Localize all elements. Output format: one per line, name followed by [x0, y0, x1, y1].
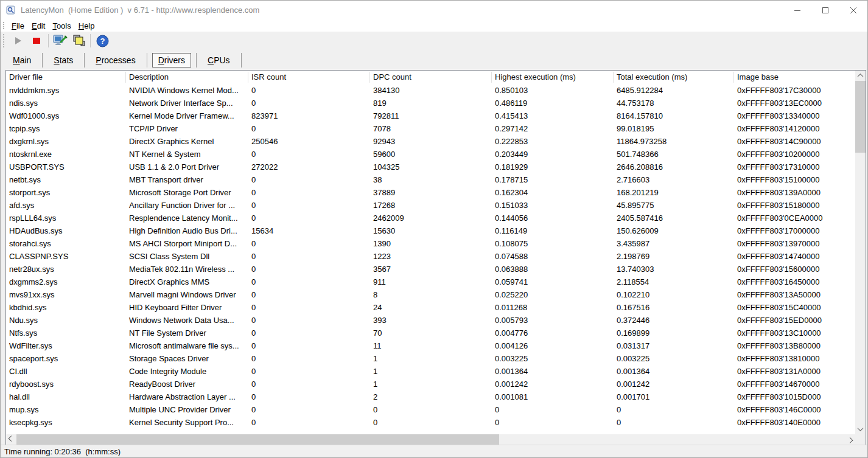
table-cell: 0: [614, 403, 734, 416]
menu-file[interactable]: File: [8, 21, 28, 31]
table-row[interactable]: nvlddmkm.sysNVIDIA Windows Kernel Mod...…: [6, 84, 866, 97]
tab-drivers[interactable]: Drivers: [152, 53, 191, 68]
table-row[interactable]: afd.sysAncillary Function Driver for ...…: [6, 199, 866, 212]
toolbar-separator: [90, 34, 91, 47]
table-cell: 0: [248, 122, 370, 135]
column-header[interactable]: Description: [126, 72, 248, 83]
table-cell: 0xFFFFF803'16450000: [734, 276, 866, 288]
column-header[interactable]: Total execution (ms): [614, 72, 734, 83]
table-cell: 0.025220: [492, 288, 614, 301]
table-cell: 0: [370, 416, 492, 429]
table-cell: 0xFFFFF803'1015D000: [734, 390, 866, 403]
table-cell: 384130: [370, 84, 492, 97]
table-cell: MBT Transport driver: [126, 173, 248, 186]
toolbar-grip-handle[interactable]: [3, 34, 4, 47]
table-row[interactable]: Ndu.sysWindows Network Data Usa...03930.…: [6, 314, 866, 327]
table-cell: 0xFFFFF803'17000000: [734, 224, 866, 237]
table-cell: 0: [248, 148, 370, 161]
table-cell: 92943: [370, 135, 492, 148]
table-row[interactable]: WdFilter.sysMicrosoft antimalware file s…: [6, 339, 866, 352]
table-cell: 0xFFFFF803'15100000: [734, 173, 866, 186]
play-button[interactable]: [9, 33, 27, 49]
help-button[interactable]: ?: [93, 33, 111, 49]
table-row[interactable]: netr28ux.sysMediaTek 802.11n Wireless ..…: [6, 263, 866, 276]
table-cell: 0xFFFFF803'13970000: [734, 237, 866, 250]
horizontal-scrollbar[interactable]: [6, 434, 855, 445]
table-cell: Ndu.sys: [6, 314, 126, 327]
table-cell: 0: [248, 352, 370, 365]
table-row[interactable]: tcpip.sysTCP/IP Driver070780.29714299.01…: [6, 122, 866, 135]
table-cell: 0.178715: [492, 173, 614, 186]
column-header[interactable]: Driver file: [6, 72, 126, 83]
minimize-button[interactable]: [783, 1, 811, 19]
table-cell: 150.626009: [614, 224, 734, 237]
column-header[interactable]: Highest execution (ms): [492, 72, 614, 83]
vertical-scrollbar[interactable]: [855, 71, 866, 434]
table-row[interactable]: Ntfs.sysNT File System Driver0700.004776…: [6, 327, 866, 339]
table-cell: Resplendence Latency Monit...: [126, 212, 248, 224]
table-row[interactable]: storahci.sysMS AHCI Storport Miniport D.…: [6, 237, 866, 250]
table-cell: 0xFFFFF803'14C90000: [734, 135, 866, 148]
scroll-left-button[interactable]: [6, 434, 16, 445]
menu-edit[interactable]: Edit: [28, 21, 49, 31]
status-bar: Time running: 0:20:36 (h:mm:ss): [1, 445, 867, 457]
column-header[interactable]: Image base: [734, 72, 866, 83]
close-button[interactable]: [839, 1, 867, 19]
table-row[interactable]: dxgmms2.sysDirectX Graphics MMS09110.059…: [6, 276, 866, 288]
menu-grip-handle[interactable]: [3, 22, 4, 29]
copy-report-button[interactable]: [69, 33, 88, 49]
table-row[interactable]: rspLLL64.sysResplendence Latency Monit..…: [6, 212, 866, 224]
horizontal-scrollbar-thumb[interactable]: [16, 434, 499, 445]
scroll-down-button[interactable]: [855, 424, 866, 434]
table-cell: SCSI Class System Dll: [126, 250, 248, 263]
table-cell: 0.003225: [614, 352, 734, 365]
table-row[interactable]: ntoskrnl.exeNT Kernel & System0596000.20…: [6, 148, 866, 161]
menu-tools[interactable]: Tools: [49, 21, 74, 31]
table-cell: TCP/IP Driver: [126, 122, 248, 135]
table-row[interactable]: HDAudBus.sysHigh Definition Audio Bus Dr…: [6, 224, 866, 237]
table-cell: 0.372446: [614, 314, 734, 327]
table-row[interactable]: ndis.sysNetwork Driver Interface Sp...08…: [6, 97, 866, 109]
table-cell: Hardware Abstraction Layer ...: [126, 390, 248, 403]
table-cell: NT Kernel & System: [126, 148, 248, 161]
table-cell: Ancillary Function Driver for ...: [126, 199, 248, 212]
table-row[interactable]: Wdf01000.sysKernel Mode Driver Framew...…: [6, 109, 866, 122]
table-row[interactable]: CLASSPNP.SYSSCSI Class System Dll012230.…: [6, 250, 866, 263]
table-cell: 0.003225: [492, 352, 614, 365]
stop-button[interactable]: [27, 33, 46, 49]
table-row[interactable]: storport.sysMicrosoft Storage Port Drive…: [6, 186, 866, 199]
table-row[interactable]: hal.dllHardware Abstraction Layer ...020…: [6, 390, 866, 403]
table-row[interactable]: rdyboost.sysReadyBoost Driver010.0012420…: [6, 378, 866, 390]
table-row[interactable]: dxgkrnl.sysDirectX Graphics Kernel250546…: [6, 135, 866, 148]
table-cell: 0xFFFFF803'131A0000: [734, 365, 866, 378]
table-row[interactable]: mvs91xx.sysMarvell magni Windows Driver0…: [6, 288, 866, 301]
table-row[interactable]: spaceport.sysStorage Spaces Driver010.00…: [6, 352, 866, 365]
column-header[interactable]: DPC count: [370, 72, 492, 83]
scroll-up-button[interactable]: [855, 71, 866, 81]
table-cell: 168.201219: [614, 186, 734, 199]
table-cell: 0xFFFFF803'13B80000: [734, 339, 866, 352]
table-cell: ReadyBoost Driver: [126, 378, 248, 390]
table-row[interactable]: USBPORT.SYSUSB 1.1 & 2.0 Port Driver2720…: [6, 161, 866, 173]
table-cell: 11: [370, 339, 492, 352]
scroll-right-button[interactable]: [845, 434, 855, 445]
table-cell: 0xFFFFF803'15180000: [734, 199, 866, 212]
tab-main[interactable]: Main: [7, 53, 37, 68]
tab-processes[interactable]: Processes: [89, 53, 141, 68]
table-cell: 0.181929: [492, 161, 614, 173]
minimize-icon: [794, 7, 800, 13]
maximize-button[interactable]: [811, 1, 839, 19]
table-cell: 15630: [370, 224, 492, 237]
tab-cpus[interactable]: CPUs: [201, 53, 236, 68]
table-row[interactable]: kbdhid.sysHID Keyboard Filter Driver0240…: [6, 301, 866, 314]
column-header[interactable]: ISR count: [248, 72, 370, 83]
options-button[interactable]: [51, 33, 69, 49]
table-row[interactable]: netbt.sysMBT Transport driver0380.178715…: [6, 173, 866, 186]
table-row[interactable]: ksecpkg.sysKernel Security Support Pro..…: [6, 416, 866, 429]
menu-help[interactable]: Help: [75, 21, 99, 31]
table-row[interactable]: CI.dllCode Integrity Module010.0013640.0…: [6, 365, 866, 378]
tab-stats[interactable]: Stats: [47, 53, 79, 68]
table-cell: 0: [248, 212, 370, 224]
vertical-scrollbar-thumb[interactable]: [855, 81, 866, 153]
table-row[interactable]: mup.sysMultiple UNC Provider Driver00000…: [6, 403, 866, 416]
